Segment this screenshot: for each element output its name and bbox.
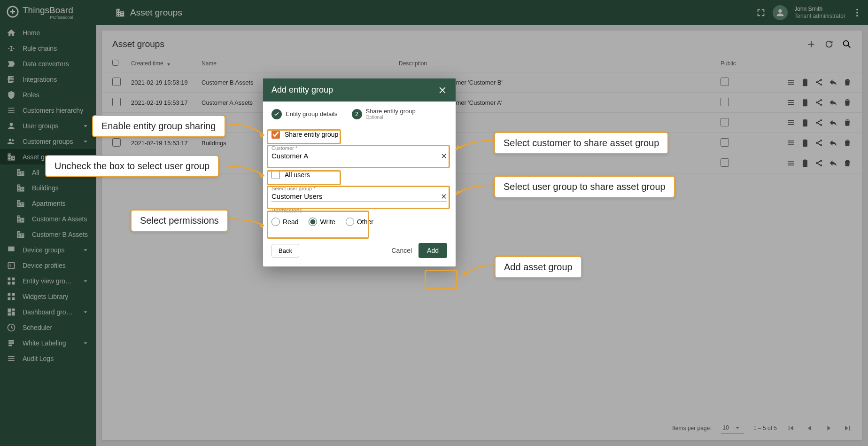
permissions-label: Permissions [271, 207, 447, 214]
step-2[interactable]: 2 Share entity group Optional [352, 108, 416, 120]
permissions-radio-group: Read Write Other [271, 214, 447, 231]
perm-write[interactable]: Write [309, 218, 335, 226]
callout-add: Add asset group [495, 256, 582, 278]
callout-uncheck: Uncheck the box to select user group [45, 155, 219, 177]
callout-usergroup: Select user group to share asset group [494, 176, 675, 198]
cancel-button[interactable]: Cancel [385, 243, 418, 258]
share-entity-group-checkbox[interactable]: Share entity group [271, 126, 447, 142]
add-button[interactable]: Add [418, 243, 447, 258]
user-group-field[interactable]: Select user group * Customer Users [271, 186, 447, 202]
callout-share: Enable entity group sharing [92, 115, 225, 137]
step-1[interactable]: Entity group details [271, 108, 338, 120]
perm-other[interactable]: Other [346, 218, 373, 226]
clear-icon[interactable] [441, 193, 447, 200]
callout-perm: Select permissions [131, 210, 228, 232]
close-icon[interactable] [438, 86, 447, 95]
back-button[interactable]: Back [271, 244, 299, 258]
customer-field[interactable]: Customer * Customer A [271, 145, 447, 161]
all-users-checkbox[interactable]: All users [271, 167, 447, 183]
modal-title: Add entity group [271, 85, 333, 95]
perm-read[interactable]: Read [271, 218, 298, 226]
check-icon [273, 111, 280, 117]
add-entity-group-modal: Add entity group Entity group details 2 … [263, 78, 456, 266]
clear-icon[interactable] [441, 153, 447, 159]
callout-customer: Select customer to share asset group [494, 132, 668, 154]
